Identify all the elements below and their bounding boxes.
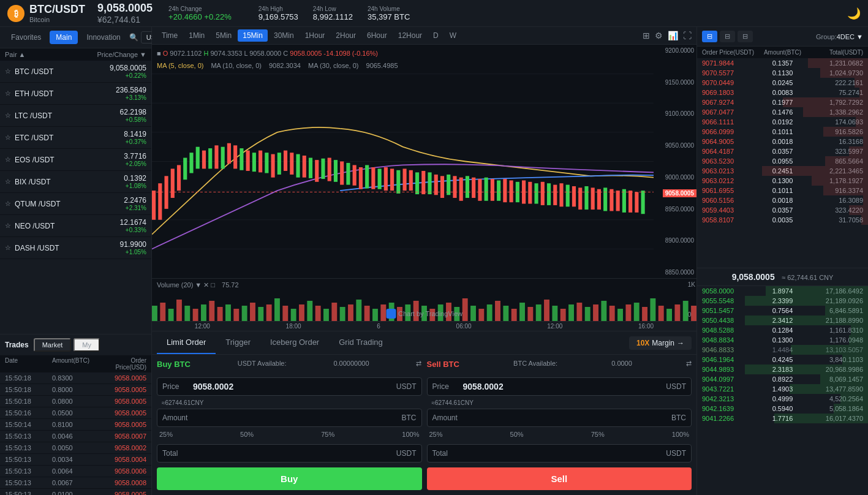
buy-amount-input[interactable] (193, 413, 402, 423)
margin-button[interactable]: 10X Margin → (629, 336, 692, 350)
favorites-tab[interactable]: Favorites (5, 31, 47, 44)
buy-50pct[interactable]: 50% (238, 429, 256, 439)
ob-bid-row[interactable]: 9041.2266 1.7716 16,017.4370 (697, 414, 868, 423)
star-icon[interactable]: ☆ (5, 200, 11, 208)
ob-ask-row[interactable]: 9061.6955 0.1011 916.3374 (697, 186, 868, 195)
ob-bid-row[interactable]: 9046.1964 0.4245 3,840.1103 (697, 355, 868, 365)
market-trades-tab[interactable]: Market (34, 338, 72, 352)
ob-ask-row[interactable]: 9064.9005 0.0018 16.3168 (697, 137, 868, 146)
buy-25pct[interactable]: 25% (157, 429, 175, 439)
ob-bid-row[interactable]: 9044.0997 0.8922 8,069.1457 (697, 374, 868, 384)
pair-item[interactable]: ☆ LTC /USDT 62.2198 +0.58% (0, 105, 151, 127)
ob-ask-row[interactable]: 9060.5156 0.0018 16.3089 (697, 195, 868, 205)
sell-100pct[interactable]: 100% (670, 429, 692, 439)
ob-bid-row[interactable]: 9058.0000 1.8974 17,186.6492 (697, 286, 868, 296)
my-trades-tab[interactable]: My (74, 338, 100, 352)
innovation-tab[interactable]: Innovation (80, 31, 126, 44)
pair-item[interactable]: ☆ ETH /USDT 236.5849 +3.13% (0, 83, 151, 105)
buy-100pct[interactable]: 100% (399, 429, 421, 439)
ob-ask-row[interactable]: 9063.5230 0.0955 865.5664 (697, 156, 868, 166)
ob-view-asks[interactable]: ⊟ (720, 31, 735, 42)
pair-item[interactable]: ☆ ETC /USDT 8.1419 +0.37% (0, 127, 151, 149)
ob-ask-row[interactable]: 9059.4403 0.0357 323.4220 (697, 205, 868, 215)
star-icon[interactable]: ☆ (5, 89, 11, 97)
pair-item[interactable]: ☆ BTC /USDT 9,058.0005 +0.22% (0, 61, 151, 83)
ob-ask-row[interactable]: 9070.5577 0.1130 1,024.9730 (697, 68, 868, 78)
buy-price-input[interactable] (193, 382, 396, 391)
pair-item[interactable]: ☆ QTUM /USDT 2.2476 +2.31% (0, 193, 151, 215)
chart-settings-icon[interactable]: ⚙ (655, 31, 663, 40)
time-btn-5min[interactable]: 5Min (211, 29, 236, 42)
star-icon[interactable]: ☆ (5, 67, 11, 75)
pair-item[interactable]: ☆ DASH /USDT 91.9900 +1.05% (0, 237, 151, 259)
search-icon[interactable]: 🔍 (129, 33, 138, 42)
trigger-tab[interactable]: Trigger (216, 331, 260, 354)
ob-bid-row[interactable]: 9048.8834 0.1300 1,176.0948 (697, 335, 868, 345)
main-tab[interactable]: Main (50, 31, 78, 44)
moon-icon[interactable]: 🌙 (847, 7, 861, 20)
ob-bid-row[interactable]: 9043.7221 1.4903 13,477.8590 (697, 384, 868, 394)
sell-25pct[interactable]: 25% (427, 429, 445, 439)
chart-indicator-icon[interactable]: 📊 (668, 31, 678, 40)
ob-bid-row[interactable]: 9044.9893 2.3183 20,968.9986 (697, 365, 868, 374)
pair-item[interactable]: ☆ BIX /USDT 0.1392 +1.08% (0, 171, 151, 193)
ob-ask-row[interactable]: 9069.1803 0.0083 75.2741 (697, 88, 868, 97)
buy-75pct[interactable]: 75% (319, 429, 337, 439)
ob-bid-row[interactable]: 9055.5548 2.3399 21,189.0926 (697, 296, 868, 306)
ob-ask-row[interactable]: 9070.0449 0.0245 222.2161 (697, 78, 868, 88)
chart-type-icon[interactable]: ⊞ (643, 31, 650, 40)
sell-50pct[interactable]: 50% (508, 429, 526, 439)
ob-bid-row[interactable]: 9048.5288 0.1284 1,161.8310 (697, 325, 868, 335)
ob-bid-row[interactable]: 9050.4438 2.3412 21,188.8990 (697, 316, 868, 325)
time-btn-12hour[interactable]: 12Hour (393, 29, 427, 42)
ob-ask-row[interactable]: 9058.8107 0.0035 31.7058 (697, 215, 868, 225)
time-btn-1hour[interactable]: 1Hour (300, 29, 330, 42)
ob-view-bids[interactable]: ⊟ (738, 31, 753, 42)
sell-amount-input[interactable] (463, 413, 672, 423)
sell-total-input[interactable] (463, 448, 666, 458)
time-btn-w[interactable]: W (445, 29, 461, 42)
iceberg-order-tab[interactable]: Iceberg Order (260, 331, 329, 354)
sell-amount-field: Amount BTC (427, 409, 692, 427)
ob-ask-row[interactable]: 9071.9844 0.1357 1,231.0682 (697, 58, 868, 68)
transfer-icon-buy[interactable]: ⇄ (416, 360, 421, 372)
ob-ask-row[interactable]: 9064.4187 0.0357 323.5997 (697, 146, 868, 156)
ob-view-all[interactable]: ⊟ (702, 31, 717, 42)
sell-75pct[interactable]: 75% (589, 429, 607, 439)
time-btn-2hour[interactable]: 2Hour (331, 29, 361, 42)
star-icon[interactable]: ☆ (5, 244, 11, 252)
time-btn-30min[interactable]: 30Min (269, 29, 299, 42)
sell-button[interactable]: Sell (427, 467, 692, 490)
ob-ask-row[interactable]: 9067.0477 0.1476 1,338.2962 (697, 107, 868, 117)
ob-bid-row[interactable]: 9046.8833 1.4484 13,103.5057 (697, 345, 868, 355)
star-icon[interactable]: ☆ (5, 134, 11, 142)
grid-trading-tab[interactable]: Grid Trading (329, 331, 393, 354)
time-btn-d[interactable]: D (428, 29, 443, 42)
ob-ask-row[interactable]: 9063.0213 0.2451 2,221.3465 (697, 166, 868, 176)
ob-ask-row[interactable]: 9067.9274 0.1977 1,792.7292 (697, 97, 868, 107)
group-value[interactable]: 4DEC ▼ (837, 33, 863, 40)
chart-fullscreen-icon[interactable]: ⛶ (683, 31, 692, 40)
time-btn-time[interactable]: Time (157, 29, 183, 42)
buy-total-input[interactable] (193, 448, 396, 458)
pair-item[interactable]: ☆ NEO /USDT 12.1674 +0.33% (0, 215, 151, 237)
pair-item[interactable]: ☆ EOS /USDT 3.7716 +2.05% (0, 149, 151, 171)
limit-order-tab[interactable]: Limit Order (157, 331, 216, 354)
ob-bid-row[interactable]: 9042.1639 0.5940 5,058.1864 (697, 404, 868, 414)
sell-price-input[interactable] (463, 382, 666, 391)
buy-button[interactable]: Buy (157, 467, 422, 490)
time-btn-15min[interactable]: 15Min (238, 29, 268, 42)
star-icon[interactable]: ☆ (5, 178, 11, 186)
star-icon[interactable]: ☆ (5, 156, 11, 164)
ob-ask-row[interactable]: 9066.1111 0.0192 174.0693 (697, 117, 868, 127)
ob-ask-row[interactable]: 9066.0999 0.1011 916.5826 (697, 127, 868, 137)
ob-ask-row[interactable]: 9063.0212 0.1300 1,178.1927 (697, 176, 868, 186)
price-tick-4: 9050.0000 (656, 142, 694, 149)
time-btn-1min[interactable]: 1Min (184, 29, 209, 42)
ob-bid-row[interactable]: 9042.3213 0.4999 4,520.2564 (697, 394, 868, 404)
time-btn-6hour[interactable]: 6Hour (362, 29, 392, 42)
transfer-icon-sell[interactable]: ⇄ (686, 360, 692, 372)
star-icon[interactable]: ☆ (5, 222, 11, 230)
ob-bid-row[interactable]: 9051.5457 0.7564 6,846.5891 (697, 306, 868, 316)
star-icon[interactable]: ☆ (5, 111, 11, 119)
